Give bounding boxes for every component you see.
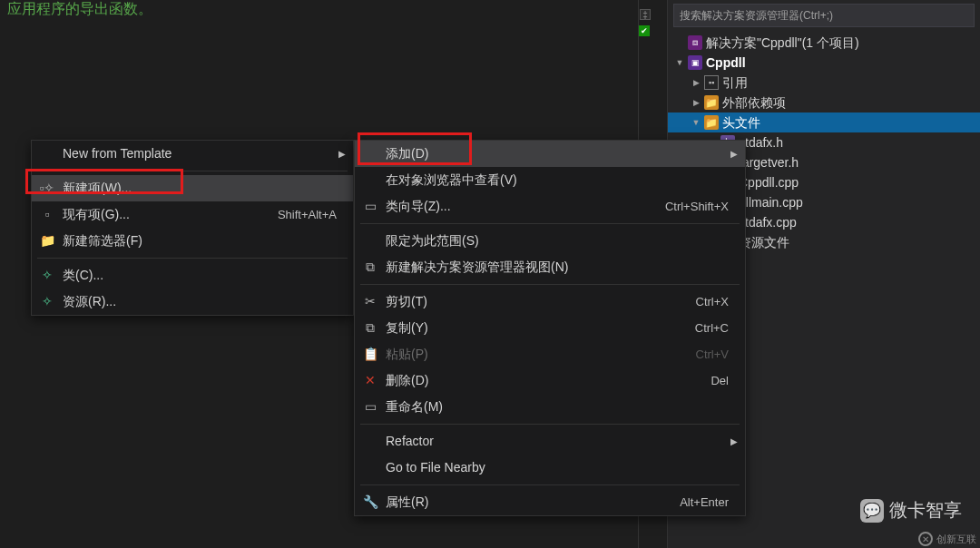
- project-node[interactable]: ▣ Cppdll: [668, 53, 980, 73]
- solution-node[interactable]: ⧈ 解决方案"Cppdll"(1 个项目): [668, 33, 980, 53]
- chevron-right-icon: ▶: [338, 141, 346, 167]
- wizard-icon: ▭: [355, 193, 386, 220]
- node-label: 引用: [722, 73, 748, 93]
- caret-icon[interactable]: [691, 113, 701, 132]
- brand-icon: ✕: [918, 532, 933, 546]
- search-input[interactable]: 搜索解决方案资源管理器(Ctrl+;): [673, 4, 975, 27]
- class-icon: ✧: [32, 262, 63, 289]
- menu-item-new-item[interactable]: ▫✧ 新建项(W)...: [32, 175, 353, 201]
- menu-item-new-view[interactable]: ⧉ 新建解决方案资源管理器视图(N): [355, 254, 745, 280]
- menu-item-scope[interactable]: 限定为此范围(S): [355, 228, 745, 254]
- menu-item-copy[interactable]: ⧉ 复制(Y) Ctrl+C: [355, 315, 745, 341]
- new-view-icon: ⧉: [355, 254, 386, 280]
- menu-item-delete[interactable]: ✕ 删除(D) Del: [355, 367, 745, 394]
- collapse-icon[interactable]: ‡: [640, 9, 651, 20]
- copy-icon: ⧉: [355, 315, 386, 341]
- rename-icon: ▭: [355, 394, 386, 420]
- new-item-icon: ▫✧: [32, 175, 63, 201]
- code-editor[interactable]: 应用程序的导出函数。: [0, 0, 637, 18]
- menu-item-rename[interactable]: ▭ 重命名(M): [355, 394, 745, 420]
- menu-item-cut[interactable]: ✂ 剪切(T) Ctrl+X: [355, 289, 745, 315]
- wrench-icon: 🔧: [355, 489, 386, 515]
- caret-icon[interactable]: [691, 93, 701, 113]
- folder-icon: 📁: [704, 115, 719, 130]
- context-menu-main[interactable]: 添加(D) ▶ 在对象浏览器中查看(V) ▭ 类向导(Z)... Ctrl+Sh…: [354, 140, 746, 516]
- menu-separator: [37, 258, 348, 259]
- filter-icon: 📁: [32, 228, 63, 254]
- caret-icon[interactable]: [691, 73, 701, 93]
- menu-item-new-filter[interactable]: 📁 新建筛选器(F): [32, 228, 353, 254]
- node-label: 头文件: [722, 113, 760, 132]
- menu-item-goto-file[interactable]: Go to File Nearby: [355, 455, 745, 481]
- watermark-main: 💬 微卡智享: [860, 498, 962, 523]
- node-label: 资源文件: [739, 232, 789, 252]
- existing-item-icon: ▫: [32, 201, 63, 228]
- menu-item-view-in-browser[interactable]: 在对象浏览器中查看(V): [355, 167, 745, 193]
- menu-item-properties[interactable]: 🔧 属性(R) Alt+Enter: [355, 489, 745, 515]
- references-icon: ▪▪: [704, 75, 719, 90]
- code-comment: 应用程序的导出函数。: [7, 0, 152, 17]
- node-label: 外部依赖项: [722, 93, 786, 113]
- wechat-icon: 💬: [860, 499, 884, 523]
- watermark-text: 微卡智享: [889, 498, 962, 523]
- menu-separator: [360, 424, 740, 425]
- solution-label: 解决方案"Cppdll"(1 个项目): [706, 33, 859, 53]
- chevron-right-icon: ▶: [730, 428, 738, 455]
- externals-icon: 📁: [704, 95, 719, 110]
- header-folder-node[interactable]: 📁 头文件: [668, 113, 980, 132]
- external-deps-node[interactable]: 📁 外部依赖项: [668, 93, 980, 113]
- menu-separator: [37, 171, 348, 171]
- chevron-right-icon: ▶: [730, 141, 738, 167]
- resource-icon: ✧: [32, 289, 63, 315]
- references-node[interactable]: ▪▪ 引用: [668, 73, 980, 93]
- menu-item-refactor[interactable]: Refactor ▶: [355, 428, 745, 455]
- file-label: Cppdll.cpp: [739, 172, 799, 192]
- project-icon: ▣: [688, 55, 702, 70]
- file-label: dllmain.cpp: [739, 192, 803, 212]
- menu-item-paste: 📋 粘贴(P) Ctrl+V: [355, 341, 745, 367]
- menu-separator: [360, 484, 740, 485]
- menu-item-resource[interactable]: ✧ 资源(R)...: [32, 289, 353, 315]
- file-label: targetver.h: [739, 152, 799, 172]
- checkmark-icon[interactable]: ✔: [639, 25, 650, 36]
- watermark-corner: ✕ 创新互联: [915, 530, 980, 548]
- menu-item-new-from-template[interactable]: New from Template ▶: [32, 141, 353, 167]
- submenu-add[interactable]: New from Template ▶ ▫✧ 新建项(W)... ▫ 现有项(G…: [31, 140, 354, 316]
- project-label: Cppdll: [706, 53, 746, 73]
- file-label: stdafx.cpp: [739, 212, 797, 232]
- menu-separator: [360, 223, 740, 224]
- menu-item-class[interactable]: ✧ 类(C)...: [32, 262, 353, 289]
- delete-icon: ✕: [355, 367, 386, 394]
- cut-icon: ✂: [355, 289, 386, 315]
- paste-icon: 📋: [355, 341, 386, 367]
- watermark-corner-text: 创新互联: [936, 533, 976, 546]
- caret-icon[interactable]: [675, 53, 684, 73]
- menu-item-existing-item[interactable]: ▫ 现有项(G)... Shift+Alt+A: [32, 201, 353, 228]
- menu-item-class-wizard[interactable]: ▭ 类向导(Z)... Ctrl+Shift+X: [355, 193, 745, 220]
- solution-icon: ⧈: [688, 35, 702, 50]
- menu-item-add[interactable]: 添加(D) ▶: [355, 141, 745, 167]
- search-placeholder: 搜索解决方案资源管理器(Ctrl+;): [680, 8, 833, 24]
- menu-separator: [360, 284, 740, 285]
